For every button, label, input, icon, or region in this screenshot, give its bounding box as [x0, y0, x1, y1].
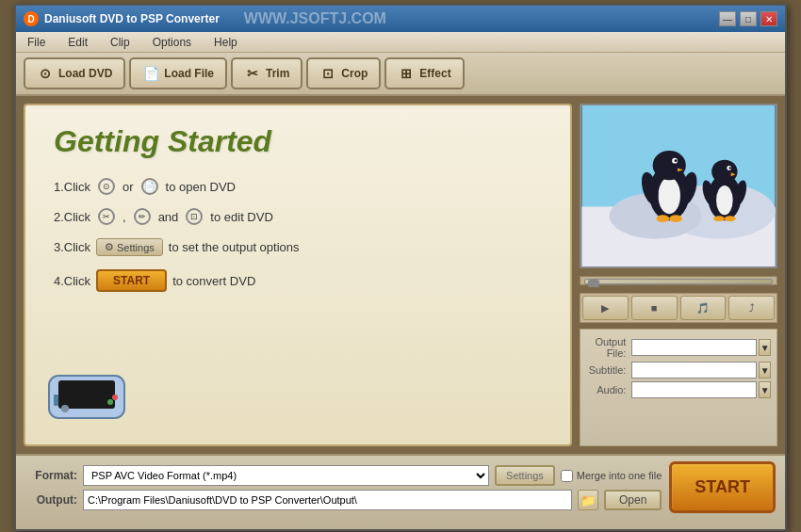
step-1: 1.Click ⊙ or 📄 to open DVD — [54, 178, 542, 195]
step1-or: or — [123, 180, 134, 194]
crop-small-icon: ⊡ — [186, 208, 203, 225]
svg-point-27 — [725, 216, 736, 221]
psp-illustration — [44, 362, 129, 430]
step1-text: 1.Click — [54, 180, 90, 194]
effect-button[interactable]: ⊞ Effect — [384, 57, 464, 89]
transport-controls: ▶ ■ 🎵 ⤴ — [580, 293, 777, 323]
menu-clip[interactable]: Clip — [106, 34, 134, 51]
folder-browse-button[interactable]: 📁 — [578, 490, 598, 510]
file-small-icon: 📄 — [141, 178, 158, 195]
subtitle-input[interactable] — [631, 362, 757, 379]
app-window: D Daniusoft DVD to PSP Converter WWW.JSO… — [14, 4, 787, 531]
format-select[interactable]: PSP AVC Video Format (*.mp4) — [83, 465, 489, 486]
load-file-button[interactable]: 📄 Load File — [129, 57, 227, 89]
subtitle-label: Subtitle: — [586, 364, 631, 376]
subtitle-btn[interactable]: ▼ — [759, 362, 771, 379]
svg-point-21 — [711, 160, 737, 184]
preview-area — [580, 104, 777, 268]
menu-file[interactable]: File — [24, 34, 49, 51]
merge-checkbox-container: Merge into one file — [561, 470, 662, 482]
step1-end: to open DVD — [166, 180, 236, 194]
settings-inline-btn[interactable]: ⚙ Settings — [96, 238, 163, 256]
svg-point-23 — [729, 167, 731, 169]
app-icon: D — [24, 11, 39, 26]
effect-icon: ⊞ — [398, 65, 415, 82]
output-row: Output: 📁 Open — [25, 490, 662, 510]
svg-point-5 — [61, 405, 69, 412]
scissors-icon: ✂ — [98, 208, 115, 225]
toolbar: ⊙ Load DVD 📄 Load File ✂ Trim ⊡ Crop ⊞ E… — [16, 53, 785, 96]
menu-help[interactable]: Help — [210, 34, 241, 51]
gear-icon-small: ⚙ — [105, 241, 114, 253]
svg-rect-1 — [58, 380, 115, 409]
step4-text: 4.Click — [54, 274, 90, 288]
format-label: Format: — [25, 469, 77, 482]
svg-rect-2 — [54, 395, 58, 406]
audio-input[interactable] — [631, 381, 757, 398]
scrubber[interactable] — [580, 276, 777, 285]
getting-started-title: Getting Started — [54, 124, 542, 159]
subtitle-row: Subtitle: ▼ — [586, 362, 771, 379]
output-file-btn[interactable]: ▼ — [759, 339, 771, 356]
merge-label: Merge into one file — [577, 470, 662, 481]
play-button[interactable]: ▶ — [582, 296, 629, 320]
step-2: 2.Click ✂ , ✏ and ⊡ to edit DVD — [54, 208, 542, 225]
step2-end2: to edit DVD — [210, 210, 272, 224]
step2-comma: , — [123, 210, 126, 224]
right-panel: ▶ ■ 🎵 ⤴ Output File: ▼ Subtitle: ▼ A — [580, 104, 777, 446]
step3-text: 3.Click — [54, 240, 90, 254]
output-label: Output: — [25, 493, 77, 507]
step4-end: to convert DVD — [172, 274, 255, 288]
watermark-title: WWW.JSOFTJ.COM — [244, 10, 386, 27]
output-file-label: Output File: — [586, 336, 631, 359]
rewind-button[interactable]: 🎵 — [680, 296, 727, 320]
svg-point-4 — [107, 399, 113, 405]
maximize-button[interactable]: □ — [740, 11, 757, 26]
settings-button[interactable]: Settings — [495, 465, 555, 486]
format-row: Format: PSP AVC Video Format (*.mp4) Set… — [25, 465, 662, 486]
output-path-input[interactable] — [83, 490, 572, 510]
output-file-input[interactable] — [631, 339, 757, 356]
load-dvd-button[interactable]: ⊙ Load DVD — [24, 57, 125, 89]
dvd-icon: ⊙ — [37, 65, 54, 82]
bottom-bar: Format: PSP AVC Video Format (*.mp4) Set… — [16, 454, 785, 529]
crop-icon: ⊡ — [319, 65, 336, 82]
main-area: Getting Started 1.Click ⊙ or 📄 to open D… — [16, 96, 785, 454]
title-bar-left: D Daniusoft DVD to PSP Converter WWW.JSO… — [24, 10, 386, 27]
svg-point-11 — [659, 177, 680, 214]
step3-end: to set the output options — [169, 240, 300, 254]
start-inline-btn[interactable]: START — [96, 269, 167, 292]
audio-btn[interactable]: ▼ — [759, 381, 771, 398]
trim-button[interactable]: ✂ Trim — [231, 57, 302, 89]
stop-button[interactable]: ■ — [631, 296, 678, 320]
output-file-row: Output File: ▼ — [586, 336, 771, 359]
svg-point-14 — [675, 159, 678, 162]
edit-icon: ✏ — [134, 208, 151, 225]
audio-label: Audio: — [586, 384, 631, 395]
minimize-button[interactable]: — — [719, 11, 736, 26]
merge-checkbox[interactable] — [561, 470, 573, 482]
forward-button[interactable]: ⤴ — [728, 296, 775, 320]
menu-bar: File Edit Clip Options Help — [16, 32, 785, 53]
svg-point-20 — [716, 185, 733, 215]
file-icon: 📄 — [142, 65, 159, 82]
svg-point-3 — [112, 395, 118, 400]
start-button[interactable]: START — [669, 461, 776, 513]
title-bar-buttons: — □ ✕ — [719, 11, 777, 26]
window-title: Daniusoft DVD to PSP Converter — [44, 12, 220, 25]
menu-options[interactable]: Options — [149, 34, 195, 51]
svg-point-12 — [653, 151, 686, 180]
step-4: 4.Click START to convert DVD — [54, 269, 542, 292]
file-info-panel: Output File: ▼ Subtitle: ▼ Audio: ▼ — [580, 329, 777, 446]
step2-and: and — [158, 210, 179, 224]
step-3: 3.Click ⚙ Settings to set the output opt… — [54, 238, 542, 256]
scrubber-track — [584, 279, 773, 284]
scrubber-thumb — [588, 280, 599, 287]
close-button[interactable]: ✕ — [760, 11, 777, 26]
menu-edit[interactable]: Edit — [64, 34, 91, 51]
getting-started-panel: Getting Started 1.Click ⊙ or 📄 to open D… — [24, 104, 572, 446]
svg-point-17 — [657, 215, 670, 222]
svg-point-18 — [669, 215, 682, 222]
crop-button[interactable]: ⊡ Crop — [306, 57, 381, 89]
open-button[interactable]: Open — [604, 490, 662, 510]
